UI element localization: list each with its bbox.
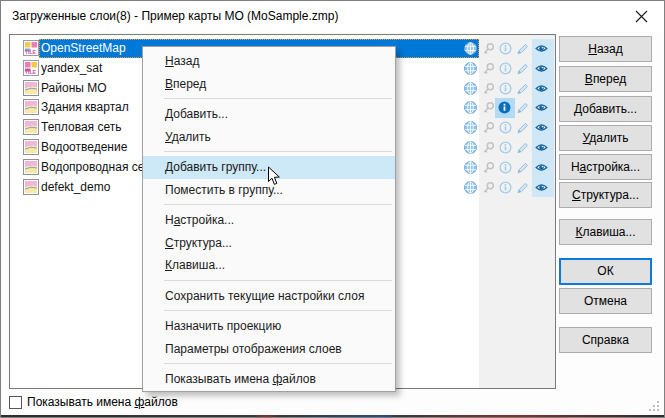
menu-item-forward[interactable]: Вперед (143, 73, 395, 96)
ok-button[interactable]: ОК (559, 258, 652, 285)
info-icon[interactable] (499, 161, 512, 174)
cancel-button[interactable]: Отмена (559, 288, 652, 314)
back-button[interactable]: Назад (559, 36, 652, 62)
menu-separator (164, 363, 392, 364)
layer-name: Водоотведение (41, 138, 130, 157)
key-icon[interactable] (482, 82, 495, 95)
eye-icon[interactable] (535, 141, 548, 154)
loaded-layers-dialog: Загруженные слои(8) - Пример карты МО (M… (0, 0, 665, 418)
pencil-icon[interactable] (516, 42, 529, 55)
menu-item-settings[interactable]: Настройка... (143, 209, 395, 232)
info-active-cell (495, 98, 515, 118)
vector-layer-icon (23, 119, 39, 135)
settings-button[interactable]: Настройка... (559, 154, 652, 180)
close-icon (635, 10, 648, 23)
menu-separator (164, 98, 392, 99)
resize-grip[interactable] (648, 400, 660, 412)
info-icon[interactable] (499, 42, 512, 55)
forward-button[interactable]: Вперед (559, 66, 652, 92)
context-menu: Назад Вперед Добавить... Удалить Добавит… (142, 46, 396, 392)
vector-layer-icon (23, 139, 39, 155)
structure-button[interactable]: Структура... (559, 182, 652, 208)
pencil-icon[interactable] (516, 121, 529, 134)
background-map-edge (1, 415, 664, 417)
key-icon[interactable] (482, 161, 495, 174)
menu-separator (164, 310, 392, 311)
info-icon-active[interactable] (498, 101, 511, 114)
vector-layer-icon (23, 179, 39, 195)
eye-icon[interactable] (535, 82, 548, 95)
layer-name: Тепловая сеть (41, 118, 124, 137)
menu-separator (164, 280, 392, 281)
eye-icon[interactable] (535, 161, 548, 174)
menu-item-structure[interactable]: Структура... (143, 232, 395, 255)
key-icon[interactable] (482, 141, 495, 154)
menu-separator (164, 151, 392, 152)
layer-name: Районы МО (41, 79, 110, 98)
menu-item-add[interactable]: Добавить... (143, 103, 395, 126)
globe-icon[interactable] (464, 82, 477, 95)
globe-icon[interactable] (464, 101, 477, 114)
hotkey-button[interactable]: Клавиша... (559, 219, 652, 245)
pencil-icon[interactable] (516, 82, 529, 95)
info-icon[interactable] (499, 82, 512, 95)
vector-layer-icon (23, 99, 39, 115)
dialog-title: Загруженные слои(8) - Пример карты МО (M… (12, 1, 338, 31)
pencil-icon[interactable] (516, 101, 529, 114)
key-icon[interactable] (482, 42, 495, 55)
eye-icon[interactable] (535, 62, 548, 75)
delete-button[interactable]: Удалить (559, 125, 652, 151)
info-icon[interactable] (499, 141, 512, 154)
title-bar: Загруженные слои(8) - Пример карты МО (M… (1, 1, 664, 32)
add-button[interactable]: Добавить... (559, 96, 652, 122)
pencil-icon[interactable] (516, 62, 529, 75)
show-file-names-label[interactable]: Показывать имена файлов (27, 395, 178, 409)
menu-item-save-layer-settings[interactable]: Сохранить текущие настройки слоя (143, 285, 395, 308)
globe-icon[interactable] (464, 62, 477, 75)
eye-icon[interactable] (535, 42, 548, 55)
menu-separator (164, 204, 392, 205)
globe-icon[interactable] (464, 181, 477, 194)
info-icon[interactable] (499, 181, 512, 194)
layer-name: defekt_demo (41, 178, 113, 197)
mouse-cursor (267, 166, 281, 187)
layer-name: yandex_sat (41, 59, 105, 78)
layer-name: Здания квартал (41, 98, 132, 117)
menu-item-layer-display-params[interactable]: Параметры отображения слоев (143, 338, 395, 361)
eye-icon[interactable] (535, 101, 548, 114)
key-icon[interactable] (482, 101, 495, 114)
menu-item-back[interactable]: Назад (143, 50, 395, 73)
globe-icon[interactable] (464, 141, 477, 154)
globe-icon[interactable] (464, 161, 477, 174)
menu-item-hotkey[interactable]: Клавиша... (143, 254, 395, 277)
menu-item-delete[interactable]: Удалить (143, 126, 395, 149)
info-icon[interactable] (499, 121, 512, 134)
globe-icon[interactable] (464, 42, 477, 55)
eye-icon[interactable] (535, 121, 548, 134)
key-icon[interactable] (482, 181, 495, 194)
show-file-names-checkbox-row: Показывать имена файлов (9, 394, 178, 410)
tile-layer-icon (23, 40, 39, 56)
menu-item-assign-projection[interactable]: Назначить проекцию (143, 315, 395, 338)
show-file-names-checkbox[interactable] (9, 396, 22, 409)
globe-icon[interactable] (464, 121, 477, 134)
menu-item-show-file-names[interactable]: Показывать имена файлов (143, 368, 395, 391)
vector-layer-icon (23, 159, 39, 175)
key-icon[interactable] (482, 121, 495, 134)
pencil-icon[interactable] (516, 141, 529, 154)
close-button[interactable] (625, 5, 657, 28)
vector-layer-icon (23, 80, 39, 96)
eye-icon[interactable] (535, 181, 548, 194)
tile-layer-icon (23, 60, 39, 76)
key-icon[interactable] (482, 62, 495, 75)
pencil-icon[interactable] (516, 161, 529, 174)
help-button[interactable]: Справка (559, 327, 652, 353)
pencil-icon[interactable] (516, 181, 529, 194)
info-icon[interactable] (499, 62, 512, 75)
